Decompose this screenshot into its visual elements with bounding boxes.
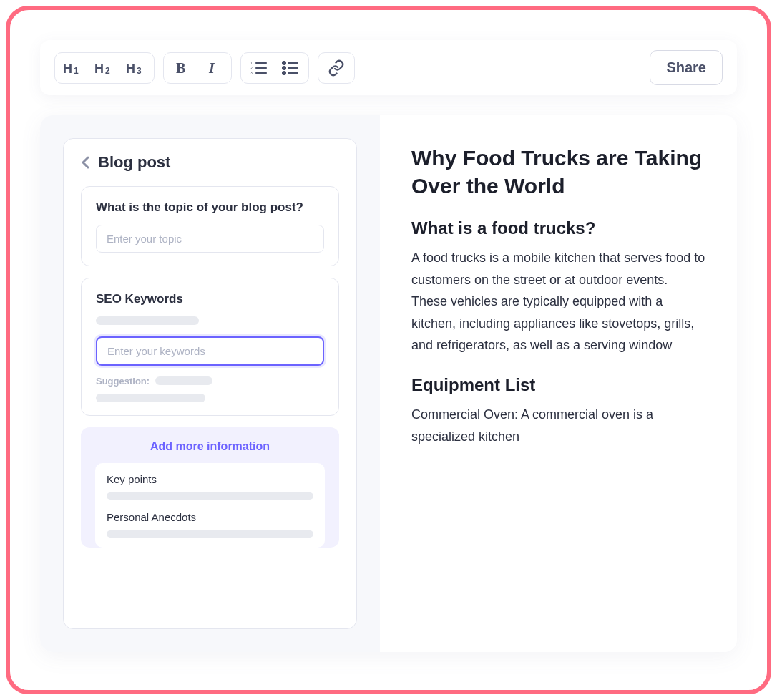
list-group: 1 2 3 (240, 52, 309, 84)
content-pane: Why Food Trucks are Taking Over the Worl… (380, 115, 737, 652)
article-title: Why Food Trucks are Taking Over the Worl… (411, 144, 705, 200)
skeleton-line (107, 492, 313, 500)
svg-text:B: B (176, 60, 185, 76)
link-button[interactable] (326, 57, 347, 79)
link-group (318, 52, 355, 84)
svg-text:H: H (63, 62, 72, 76)
editor-toolbar: H1 H2 H3 B I 1 2 3 (40, 40, 737, 95)
seo-keywords-input[interactable] (96, 336, 324, 366)
svg-text:I: I (208, 60, 215, 76)
ordered-list-button[interactable]: 1 2 3 (248, 57, 270, 79)
heading-group: H1 H2 H3 (54, 52, 155, 84)
bold-button[interactable]: B (171, 57, 192, 79)
add-more-inner: Key points Personal Anecdots (95, 463, 325, 548)
article-paragraph: A food trucks is a mobile kitchen that s… (411, 247, 705, 356)
skeleton-line (96, 394, 205, 402)
seo-card: SEO Keywords Suggestion: (81, 278, 339, 416)
topic-input[interactable] (96, 225, 324, 253)
topic-label: What is the topic of your blog post? (96, 200, 324, 216)
share-button[interactable]: Share (650, 50, 723, 85)
workspace: Blog post What is the topic of your blog… (40, 115, 737, 652)
suggestion-row: Suggestion: (96, 376, 324, 387)
svg-point-14 (283, 62, 285, 64)
article-h2: Equipment List (411, 375, 705, 395)
sidebar: Blog post What is the topic of your blog… (40, 115, 380, 652)
svg-point-16 (283, 72, 285, 74)
h3-button[interactable]: H3 (125, 57, 147, 79)
seo-label: SEO Keywords (96, 291, 324, 308)
article-h2: What is a food trucks? (411, 218, 705, 238)
svg-text:H: H (126, 62, 135, 76)
format-group: B I (163, 52, 232, 84)
h2-button[interactable]: H2 (94, 57, 115, 79)
back-icon[interactable] (81, 156, 91, 169)
svg-text:2: 2 (250, 66, 253, 70)
sidebar-panel: Blog post What is the topic of your blog… (63, 138, 357, 629)
skeleton-line (107, 530, 313, 538)
h1-button[interactable]: H1 (62, 57, 84, 79)
italic-button[interactable]: I (202, 57, 224, 79)
topic-card: What is the topic of your blog post? (81, 186, 339, 266)
svg-text:1: 1 (250, 61, 253, 65)
add-more-title: Add more information (95, 440, 325, 453)
svg-text:1: 1 (74, 66, 79, 76)
suggestion-label: Suggestion: (96, 376, 150, 387)
skeleton-line (96, 316, 199, 325)
svg-text:2: 2 (105, 66, 110, 76)
key-points-label: Key points (107, 473, 313, 485)
sidebar-title: Blog post (98, 153, 170, 172)
svg-text:H: H (94, 62, 104, 76)
svg-text:3: 3 (137, 66, 142, 76)
add-more-card: Add more information Key points Personal… (81, 427, 339, 548)
anecdotes-label: Personal Anecdots (107, 511, 313, 523)
suggestion-chip[interactable] (155, 376, 212, 385)
bullet-list-button[interactable] (280, 57, 301, 79)
article-paragraph: Commercial Oven: A commercial oven is a … (411, 404, 705, 447)
svg-text:3: 3 (250, 71, 253, 75)
app-frame: H1 H2 H3 B I 1 2 3 (6, 6, 771, 694)
sidebar-header: Blog post (81, 153, 339, 172)
svg-point-15 (283, 67, 285, 69)
